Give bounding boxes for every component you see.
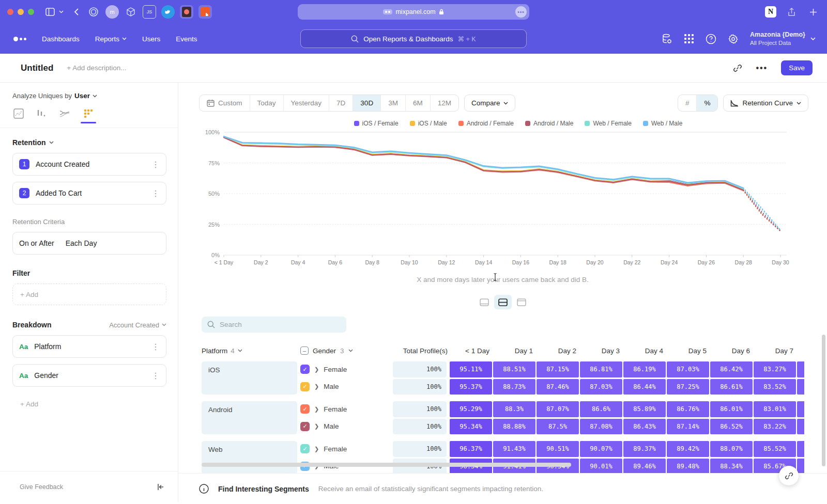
series-checkbox[interactable]: ✓ bbox=[300, 404, 310, 414]
legend-item[interactable]: Web / Male bbox=[643, 120, 682, 127]
compare-button[interactable]: Compare bbox=[464, 94, 516, 112]
analyze-value[interactable]: User bbox=[74, 92, 90, 100]
save-button[interactable]: Save bbox=[781, 60, 813, 75]
day-header[interactable]: Day 4 bbox=[626, 347, 670, 355]
kebab-menu-icon[interactable]: ⋮ bbox=[151, 371, 160, 381]
breakdown-property-label[interactable]: Platform bbox=[34, 342, 61, 351]
js-icon[interactable]: JS bbox=[143, 5, 156, 19]
address-bar[interactable]: mixpanel.com ••• bbox=[298, 4, 529, 20]
expand-chevron-icon[interactable]: ❯ bbox=[314, 446, 319, 452]
collapse-sidebar-icon[interactable] bbox=[157, 483, 164, 491]
tab-insights[interactable] bbox=[13, 108, 24, 123]
criteria-card[interactable]: On or After Each Day bbox=[12, 232, 166, 255]
range-30d[interactable]: 30D bbox=[353, 95, 381, 111]
legend-item[interactable]: Android / Male bbox=[525, 120, 573, 127]
red-dot-tab-icon[interactable] bbox=[180, 5, 193, 19]
day-header[interactable]: Day 3 bbox=[583, 347, 626, 355]
chart-type-button[interactable]: Retention Curve bbox=[723, 94, 808, 112]
series-checkbox[interactable]: ✓ bbox=[300, 382, 310, 391]
series-checkbox[interactable]: ✓ bbox=[300, 422, 310, 431]
layout-split-button[interactable] bbox=[494, 295, 512, 309]
give-feedback-link[interactable]: Give Feedback bbox=[20, 483, 63, 491]
range-custom[interactable]: Custom bbox=[200, 95, 250, 111]
legend-item[interactable]: iOS / Female bbox=[354, 120, 399, 127]
range-yesterday[interactable]: Yesterday bbox=[284, 95, 330, 111]
apps-grid-icon[interactable] bbox=[684, 34, 694, 44]
legend-item[interactable]: Android / Female bbox=[458, 120, 514, 127]
more-options-icon[interactable]: ••• bbox=[756, 64, 768, 73]
expand-chevron-icon[interactable]: ❯ bbox=[314, 423, 319, 430]
close-window-icon[interactable] bbox=[7, 9, 13, 15]
retention-step-2[interactable]: 2Added To Cart⋮ bbox=[12, 182, 166, 204]
series-checkbox[interactable]: ✓ bbox=[300, 365, 310, 374]
kebab-menu-icon[interactable]: ⋮ bbox=[151, 342, 160, 352]
copy-link-icon[interactable] bbox=[733, 64, 742, 73]
cube-icon[interactable] bbox=[124, 5, 137, 19]
day-header[interactable]: < 1 Day bbox=[453, 347, 496, 355]
share-icon[interactable] bbox=[785, 5, 798, 19]
layout-table-only-button[interactable] bbox=[513, 295, 530, 309]
find-segments-title[interactable]: Find Interesting Segments bbox=[218, 485, 309, 493]
legend-item[interactable]: Web / Female bbox=[585, 120, 631, 127]
expand-chevron-icon[interactable]: ❯ bbox=[314, 366, 319, 373]
layout-chart-only-button[interactable] bbox=[476, 295, 493, 309]
total-profiles-header[interactable]: Total Profile(s) bbox=[396, 347, 453, 355]
table-search-input[interactable] bbox=[220, 321, 333, 328]
nav-item-dashboards[interactable]: Dashboards bbox=[42, 35, 80, 43]
range-6m[interactable]: 6M bbox=[406, 95, 431, 111]
select-all-checkbox[interactable]: – bbox=[300, 346, 309, 355]
add-breakdown-button[interactable]: + Add bbox=[12, 393, 166, 415]
day-header[interactable]: Day 5 bbox=[670, 347, 713, 355]
breakdown-platform[interactable]: AaPlatform⋮ bbox=[12, 335, 166, 358]
platform-cell[interactable]: iOS bbox=[202, 361, 297, 395]
range-today[interactable]: Today bbox=[250, 95, 284, 111]
bird-icon[interactable] bbox=[161, 5, 175, 19]
platform-column-header[interactable]: Platform 4 bbox=[202, 347, 300, 355]
breakdown-gender[interactable]: AaGender⋮ bbox=[12, 364, 166, 387]
retention-step-1[interactable]: 1Account Created⋮ bbox=[12, 153, 166, 176]
retention-section-label[interactable]: Retention bbox=[12, 138, 46, 147]
format-absolute-button[interactable]: # bbox=[678, 95, 697, 111]
platform-cell[interactable]: Android bbox=[202, 401, 297, 434]
tab-chevron-icon[interactable] bbox=[57, 5, 65, 19]
range-7d[interactable]: 7D bbox=[329, 95, 353, 111]
table-search[interactable] bbox=[202, 317, 346, 333]
day-header[interactable]: Day 2 bbox=[540, 347, 583, 355]
day-header[interactable]: Day 7 bbox=[757, 347, 800, 355]
expand-chevron-icon[interactable]: ❯ bbox=[314, 406, 319, 413]
platform-cell[interactable]: Web bbox=[202, 441, 297, 474]
project-switcher[interactable]: Amazonia {Demo} All Project Data bbox=[750, 31, 816, 46]
kebab-menu-icon[interactable]: ⋮ bbox=[151, 160, 160, 169]
mixpanel-logo-icon[interactable] bbox=[13, 37, 26, 41]
criteria-interval[interactable]: Each Day bbox=[66, 239, 97, 247]
range-12m[interactable]: 12M bbox=[431, 95, 458, 111]
tab-retention[interactable] bbox=[83, 108, 94, 123]
series-checkbox[interactable]: ✓ bbox=[300, 444, 310, 453]
minimize-window-icon[interactable] bbox=[18, 9, 24, 15]
format-percent-button[interactable]: % bbox=[697, 95, 717, 111]
nav-item-users[interactable]: Users bbox=[142, 35, 160, 43]
nav-item-events[interactable]: Events bbox=[176, 35, 197, 43]
horizontal-scrollbar[interactable] bbox=[202, 463, 571, 467]
settings-gear-icon[interactable] bbox=[728, 34, 739, 44]
soundcloud-icon[interactable] bbox=[198, 5, 212, 19]
notion-icon[interactable]: N bbox=[765, 6, 776, 18]
sidebar-toggle-icon[interactable] bbox=[43, 5, 57, 19]
step-event-label[interactable]: Account Created bbox=[36, 160, 89, 168]
tab-flows[interactable] bbox=[59, 108, 70, 123]
window-controls[interactable] bbox=[7, 9, 34, 15]
gender-column-header[interactable]: – Gender 3 bbox=[300, 346, 396, 355]
breakdown-property-label[interactable]: Gender bbox=[34, 371, 58, 380]
new-tab-icon[interactable] bbox=[806, 5, 820, 19]
range-3m[interactable]: 3M bbox=[381, 95, 406, 111]
day-header[interactable]: Day 1 bbox=[496, 347, 540, 355]
report-title[interactable]: Untitled bbox=[21, 63, 53, 73]
step-event-label[interactable]: Added To Cart bbox=[36, 189, 82, 197]
criteria-mode[interactable]: On or After bbox=[19, 239, 54, 247]
kebab-menu-icon[interactable]: ⋮ bbox=[151, 188, 160, 198]
nav-item-reports[interactable]: Reports bbox=[95, 35, 127, 43]
add-filter-button[interactable]: + Add bbox=[12, 284, 166, 305]
expand-chevron-icon[interactable]: ❯ bbox=[314, 383, 319, 390]
help-icon[interactable] bbox=[706, 34, 716, 44]
tab-funnels[interactable] bbox=[36, 108, 47, 123]
